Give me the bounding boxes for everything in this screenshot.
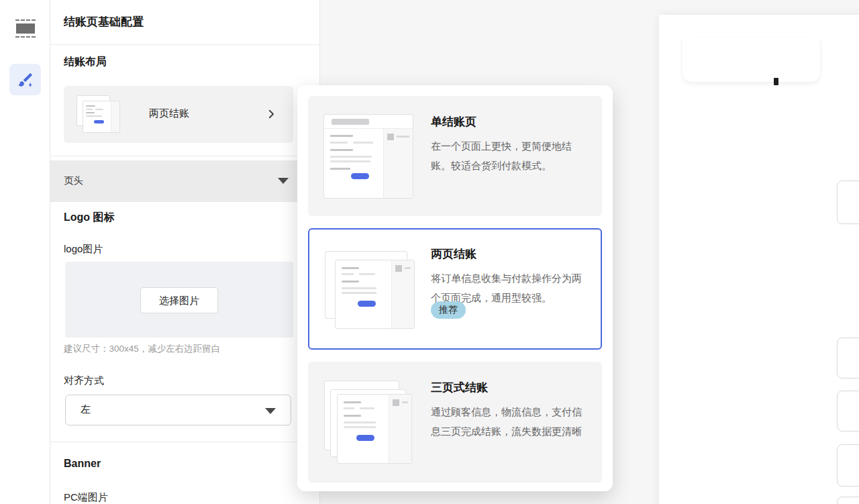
option-title: 单结账页 — [431, 114, 476, 130]
text-field[interactable] — [837, 444, 859, 487]
settings-panel: 结账页基础配置 结账布局 两页结账 — [50, 0, 320, 504]
account-prompt-row: Already have an account?Login — [790, 161, 859, 175]
option-thumbnail — [309, 363, 417, 481]
option-title: 三页式结账 — [431, 380, 488, 395]
pc-image-label: PC端图片 — [64, 491, 108, 504]
logo-image-label: logo图片 — [64, 243, 103, 256]
app-window: Already have an account?Login ? ve offer… — [0, 0, 859, 504]
layout-card-label: 两页结账 — [149, 107, 189, 120]
layout-chooser-popup: 单结账页 在一个页面上更快，更简便地结账。较适合货到付款模式。 — [297, 85, 613, 491]
logo-upload-area[interactable]: 选择图片 — [65, 262, 293, 338]
divider — [50, 156, 320, 156]
align-select-value: 左 — [81, 403, 91, 416]
option-description: 在一个页面上更快，更简便地结账。较适合货到付款模式。 — [431, 136, 588, 175]
preview-header-box — [683, 38, 820, 82]
layout-thumbnail — [76, 95, 121, 135]
divider — [50, 442, 320, 442]
brush-icon — [17, 71, 34, 89]
text-field[interactable] — [837, 391, 859, 432]
page-title: 结账页基础配置 — [64, 14, 144, 30]
sidebar-item-sections[interactable] — [9, 13, 41, 44]
align-select[interactable]: 左 — [65, 395, 291, 425]
option-thumbnail — [309, 97, 417, 215]
option-thumbnail — [309, 230, 417, 348]
divider — [50, 44, 320, 45]
checkout-preview-page — [659, 15, 859, 504]
logo-section-heading: Logo 图标 — [64, 211, 115, 225]
header-row-label: 页头 — [64, 174, 83, 187]
sections-icon — [15, 19, 36, 38]
option-title: 两页结账 — [431, 246, 476, 262]
layout-section-heading: 结账布局 — [64, 55, 107, 69]
chevron-down-icon — [265, 408, 276, 414]
header-collapse-row[interactable]: 页头 — [50, 160, 320, 202]
banner-section-heading: Banner — [64, 458, 101, 470]
chevron-down-icon — [278, 178, 289, 184]
align-label: 对齐方式 — [64, 374, 104, 387]
option-description: 通过顾客信息，物流信息，支付信息三页完成结账，流失数据更清晰 — [431, 402, 588, 441]
recommended-badge: 推荐 — [431, 301, 466, 319]
country-select[interactable] — [837, 338, 859, 379]
cursor-mark — [774, 78, 778, 85]
checkout-layout-card[interactable]: 两页结账 — [64, 86, 293, 143]
option-two-page-checkout[interactable]: 两页结账 将订单信息收集与付款操作分为两个页面完成，通用型较强。 推荐 — [308, 228, 602, 350]
sidebar-item-theme[interactable] — [9, 64, 41, 95]
choose-image-button[interactable]: 选择图片 — [140, 287, 218, 313]
option-single-page-checkout[interactable]: 单结账页 在一个页面上更快，更简便地结账。较适合货到付款模式。 — [308, 96, 602, 216]
icon-rail — [0, 0, 50, 504]
option-three-page-checkout[interactable]: 三页式结账 通过顾客信息，物流信息，支付信息三页完成结账，流失数据更清晰 — [308, 362, 602, 483]
size-hint: 建议尺寸：300x45，减少左右边距留白 — [64, 343, 220, 355]
text-field[interactable] — [837, 497, 859, 504]
email-field[interactable] — [837, 181, 859, 224]
chevron-right-icon — [265, 108, 277, 120]
